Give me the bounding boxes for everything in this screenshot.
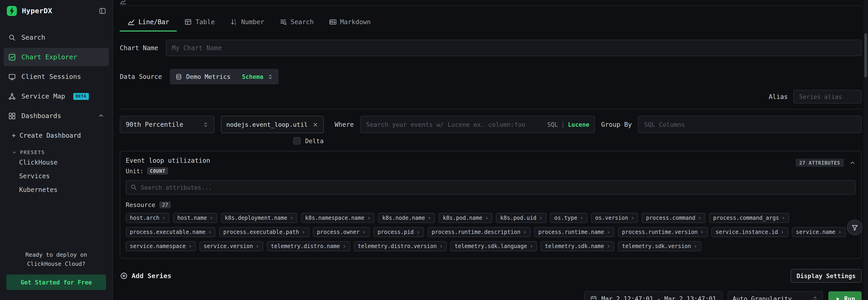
updown-chevrons-icon xyxy=(267,74,273,80)
preset-item[interactable]: Kubernetes xyxy=(4,183,109,196)
tab-number[interactable]: 13 Number xyxy=(222,13,272,31)
chart-type-tabs: Line/Bar Table 13 Number Search xyxy=(120,13,862,31)
chevron-right-icon: › xyxy=(539,215,542,221)
resource-group-count: 27 xyxy=(159,201,171,208)
attribute-chip[interactable]: telemetry.sdk.name › xyxy=(541,241,614,251)
sidebar-item-dashboards[interactable]: Dashboards xyxy=(4,107,109,125)
presets-section-toggle[interactable]: PRESETS xyxy=(4,149,109,156)
filter-fab-button[interactable] xyxy=(847,220,863,235)
preset-item[interactable]: Services xyxy=(4,169,109,183)
attribute-chip[interactable]: host.arch › xyxy=(126,213,169,223)
beta-badge: BETA xyxy=(73,93,89,100)
attribute-chip[interactable]: telemetry.sdk.language › xyxy=(451,241,537,251)
sidebar-item-client-sessions[interactable]: Client Sessions xyxy=(4,67,109,86)
add-series-button[interactable]: Add Series xyxy=(120,272,172,279)
sql-toggle[interactable]: SQL xyxy=(548,121,558,128)
attribute-chip[interactable]: service.name › xyxy=(792,227,845,237)
chart-name-input[interactable] xyxy=(166,40,862,56)
chevron-right-icon: › xyxy=(701,229,704,235)
sidebar-item-search[interactable]: Search xyxy=(4,28,109,47)
chevron-up-icon[interactable] xyxy=(98,113,104,119)
attribute-chip[interactable]: process.runtime.version › xyxy=(618,227,708,237)
group-by-input[interactable] xyxy=(638,116,862,133)
attribute-search-wrap xyxy=(126,180,856,195)
attribute-chip[interactable]: process.runtime.name › xyxy=(534,227,614,237)
attribute-chip[interactable]: process.command › xyxy=(642,213,706,223)
attribute-chip-label: telemetry.sdk.version xyxy=(622,243,691,249)
granularity-select[interactable]: Auto Granularity xyxy=(727,291,823,300)
collapse-sidebar-icon[interactable] xyxy=(99,7,106,15)
presets-list: ClickHouse Services Kubernetes xyxy=(4,156,109,196)
attribute-chip-label: os.version xyxy=(595,215,628,221)
schema-button[interactable]: Schema xyxy=(242,73,264,80)
lucene-toggle[interactable]: Lucene xyxy=(568,121,589,128)
attribute-chip[interactable]: service.version › xyxy=(199,241,263,251)
attribute-chip[interactable]: process.owner › xyxy=(313,227,370,237)
chevron-right-icon: › xyxy=(416,229,420,235)
sidebar-item-label: Search xyxy=(22,34,45,41)
create-dashboard-button[interactable]: + Create Dashboard xyxy=(4,128,109,143)
sidebar: HyperDX Search Chart Explorer xyxy=(0,0,113,300)
attribute-chip[interactable]: process.pid › xyxy=(373,227,424,237)
sidebar-item-chart-explorer[interactable]: Chart Explorer xyxy=(4,48,109,66)
attribute-chip[interactable]: host.name › xyxy=(173,213,217,223)
attributes-panel-header: Event loop utilization Unit: COUNT 27 AT… xyxy=(126,157,856,174)
attribute-chip[interactable]: k8s.deployment.name › xyxy=(221,213,298,223)
chart-preview-icon xyxy=(120,0,127,5)
sidebar-item-label: Chart Explorer xyxy=(22,53,77,61)
metric-chip[interactable]: nodejs.event_loop.util xyxy=(221,116,324,133)
collapse-panel-chevron-icon[interactable] xyxy=(849,160,856,166)
tab-line-bar[interactable]: Line/Bar xyxy=(120,13,177,31)
run-button[interactable]: Run xyxy=(828,291,862,300)
date-range-value: Mar 2 12:47:01 - Mar 2 13:47:01 xyxy=(601,295,716,300)
date-range-picker[interactable]: Mar 2 12:47:01 - Mar 2 13:47:01 xyxy=(584,291,722,300)
get-started-button[interactable]: Get Started for Free xyxy=(6,274,106,290)
attribute-chip[interactable]: k8s.pod.uid › xyxy=(496,213,547,223)
sidebar-item-service-map[interactable]: Service Map BETA xyxy=(4,87,109,105)
attribute-chip[interactable]: process.executable.path › xyxy=(219,227,309,237)
attribute-chip-label: process.executable.name xyxy=(130,229,206,235)
attribute-chip[interactable]: os.version › xyxy=(591,213,638,223)
data-source-select[interactable]: Demo Metrics Schema xyxy=(169,69,279,84)
tab-table[interactable]: Table xyxy=(177,13,222,31)
service-map-icon xyxy=(8,92,16,100)
attribute-chip[interactable]: telemetry.sdk.version › xyxy=(618,241,701,251)
attribute-chip[interactable]: telemetry.distro.version › xyxy=(353,241,447,251)
chevron-right-icon: › xyxy=(580,215,583,221)
chevron-right-icon: › xyxy=(530,243,533,249)
resource-group-label: Resource xyxy=(126,201,155,208)
attribute-chip-label: process.runtime.description xyxy=(432,229,520,235)
tab-search[interactable]: Search xyxy=(272,13,321,31)
display-settings-button[interactable]: Display Settings xyxy=(790,269,862,283)
granularity-value: Auto Granularity xyxy=(733,295,792,300)
aggregation-select[interactable]: 90th Percentile xyxy=(120,116,215,133)
scrollbar-thumb[interactable] xyxy=(864,33,867,78)
monitor-icon xyxy=(8,73,16,80)
alias-input[interactable] xyxy=(793,90,862,104)
attribute-chip[interactable]: process.command_args › xyxy=(709,213,789,223)
chevron-right-icon: › xyxy=(607,229,610,235)
delta-checkbox[interactable] xyxy=(293,137,301,144)
chevron-right-icon: › xyxy=(523,229,526,235)
attribute-chip[interactable]: service.instance.id › xyxy=(711,227,788,237)
remove-metric-icon[interactable] xyxy=(312,121,318,128)
attribute-chip[interactable]: k8s.pod.name › xyxy=(439,213,493,223)
attribute-chip[interactable]: service.namespace › xyxy=(126,241,196,251)
tab-markdown[interactable]: Markdown xyxy=(321,13,379,31)
actions-row: Add Series Display Settings xyxy=(120,269,862,283)
preset-item[interactable]: ClickHouse xyxy=(4,156,109,169)
attribute-chip[interactable]: telemetry.distro.name › xyxy=(267,241,350,251)
attribute-chip[interactable]: k8s.node.name › xyxy=(378,213,435,223)
attribute-chip[interactable]: os.type › xyxy=(550,213,587,223)
attribute-chip[interactable]: process.executable.name › xyxy=(126,227,216,237)
attributes-count-badge: 27 ATTRIBUTES xyxy=(796,159,844,167)
attribute-chip[interactable]: k8s.namespace.name › xyxy=(301,213,375,223)
chevron-right-icon: › xyxy=(362,229,366,235)
chevron-right-icon: › xyxy=(782,215,785,221)
chevron-right-icon: › xyxy=(290,215,293,221)
attribute-search-input[interactable] xyxy=(126,180,856,195)
attribute-chip[interactable]: process.runtime.description › xyxy=(427,227,531,237)
scrollbar[interactable] xyxy=(863,0,868,300)
search-icon xyxy=(8,33,16,41)
attribute-chip-label: telemetry.sdk.name xyxy=(545,243,604,249)
